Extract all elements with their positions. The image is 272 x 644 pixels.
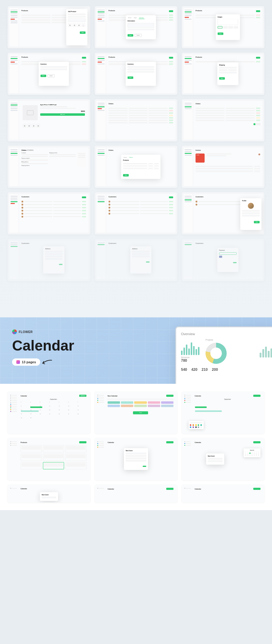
thumb-calendar-partial[interactable]: Calendar New Event xyxy=(8,484,90,503)
calendar-hero: FLOWER Calendar 13 pages Overview Revenu… xyxy=(0,317,272,384)
thumb-products-inventory-2[interactable]: Products Inventory Save xyxy=(95,53,177,95)
inventory-modal: Inventory Save Cancel xyxy=(39,62,69,86)
thumb-customers-payment[interactable]: Customers Payment xyxy=(182,239,264,281)
thumb-orders-list[interactable]: Orders xyxy=(95,99,177,141)
thumb-new-calendar[interactable]: New Calendar Create xyxy=(95,391,177,434)
save-button[interactable]: Save xyxy=(80,31,86,34)
information-modal: GeneralImagesInformation Information Sav… xyxy=(126,15,156,39)
profile-modal: Profile Save xyxy=(240,198,261,230)
thumb-calendar-month[interactable]: Calendar+ Add Event ‹ September › 123456… xyxy=(8,391,90,434)
thumb-products-inventory[interactable]: Products Inventory Save Cancel xyxy=(8,53,90,95)
thumb-customers-address-2[interactable]: Customers Address xyxy=(95,239,177,281)
calendar-section: Calendar+ Add Event ‹ September › 123456… xyxy=(0,384,272,510)
invoice-badge: Invoice xyxy=(196,154,205,163)
thumb-calendar-partial[interactable]: Calendar xyxy=(95,484,177,503)
page-count-pill: 13 pages xyxy=(12,358,40,366)
thumb-customers-list-2[interactable]: Customers xyxy=(95,192,177,235)
shipping-modal: Shipping Save xyxy=(217,63,238,85)
product-price: $999 xyxy=(81,110,85,112)
page-title: Invoice xyxy=(196,149,201,151)
color-picker[interactable] xyxy=(108,401,173,407)
thumb-order-detail[interactable]: Orders #7192641 Customer Payment method … xyxy=(8,146,90,188)
inventory-modal: Inventory Save xyxy=(126,62,156,86)
thumb-products-information[interactable]: Products GeneralImagesInformation Inform… xyxy=(95,6,177,48)
product-name: Apple iPhone X 64GB Purple xyxy=(40,104,85,105)
add-to-cart-button[interactable]: Add to cart xyxy=(40,113,85,116)
thumb-orders-products-modal[interactable]: Orders GeneralProducts Products Save xyxy=(95,146,177,188)
thumb-calendar-new-event-datepicker[interactable]: Calendar New Event September 1234567 891… xyxy=(182,438,264,480)
calendar-grid[interactable]: 1234567 891011121314 15161718192021 2223… xyxy=(21,401,86,421)
overview-title: Overview xyxy=(181,332,272,336)
media-icon[interactable]: ▦ xyxy=(68,23,72,27)
new-event-modal: New Event xyxy=(124,448,148,470)
products-section: Products Add Product ▦▦▦◯ Save Products … xyxy=(0,0,272,317)
thumb-customers-address[interactable]: Customers Address xyxy=(8,239,90,281)
arrow-icon xyxy=(41,359,52,365)
product-card[interactable] xyxy=(21,445,42,452)
figma-icon xyxy=(16,360,20,364)
page-title: New Calendar xyxy=(108,395,118,397)
avatar xyxy=(258,154,260,155)
image-placeholder-icon xyxy=(23,105,38,120)
products-grid xyxy=(21,445,86,469)
loading-icon: ◯ xyxy=(82,23,85,27)
color-dropdown[interactable] xyxy=(189,421,204,429)
add-event-button[interactable]: + Add Event xyxy=(79,395,86,397)
thumb-products-add-product[interactable]: Products Add Product ▦▦▦◯ Save xyxy=(8,6,90,48)
bar-chart xyxy=(181,340,199,355)
flower-logo-icon xyxy=(12,329,17,334)
thumb-products-shipping[interactable]: Products Shipping Save xyxy=(182,53,264,95)
thumb-invoice[interactable]: Invoice Invoice xyxy=(182,146,264,188)
create-button[interactable]: Create xyxy=(133,411,148,414)
thumb-customers-list[interactable]: Customers xyxy=(8,192,90,235)
thumb-calendar-new-event[interactable]: Calendar New Event xyxy=(95,438,177,480)
month-label: ‹ September › xyxy=(21,399,86,400)
stat-value: 780 xyxy=(181,358,199,363)
mini-bar-chart xyxy=(260,345,272,358)
thumb-products-images[interactable]: Products Images Save xyxy=(182,6,264,48)
page-title: Customers xyxy=(21,196,29,198)
thumb-product-detail[interactable]: Apple iPhone X 64GB Purple $999 Add to c… xyxy=(8,99,90,141)
media-icon[interactable]: ▦ xyxy=(73,23,76,27)
avatar xyxy=(21,201,23,202)
order-id: #7192641 xyxy=(27,149,34,151)
page-title: Orders xyxy=(108,103,113,105)
thumb-calendar-partial[interactable]: Calendar xyxy=(182,484,264,503)
thumb-products-grid[interactable]: Products xyxy=(8,438,90,480)
add-product-panel: Add Product ▦▦▦◯ Save xyxy=(66,9,87,45)
order-products-modal: GeneralProducts Products Save xyxy=(121,155,160,179)
page-title: Products xyxy=(21,10,28,11)
profile-avatar xyxy=(248,203,254,209)
thumb-customers-profile[interactable]: Customers Profile Save xyxy=(182,192,264,235)
thumb-orders-list-2[interactable]: Orders xyxy=(182,99,264,141)
donut-chart xyxy=(206,343,227,364)
page-title: Calendar xyxy=(21,395,27,397)
media-icon[interactable]: ▦ xyxy=(77,23,81,27)
images-modal: Images Save xyxy=(216,15,240,40)
dashboard-preview: Overview Revenue 780 Projects 540 420 21… xyxy=(175,326,272,384)
thumb-calendar-dropdown[interactable]: Calendar September xyxy=(182,391,264,434)
new-event-modal: New Event xyxy=(206,454,224,465)
date-picker[interactable]: September 1234567 891011121314 151617181… xyxy=(244,448,261,457)
